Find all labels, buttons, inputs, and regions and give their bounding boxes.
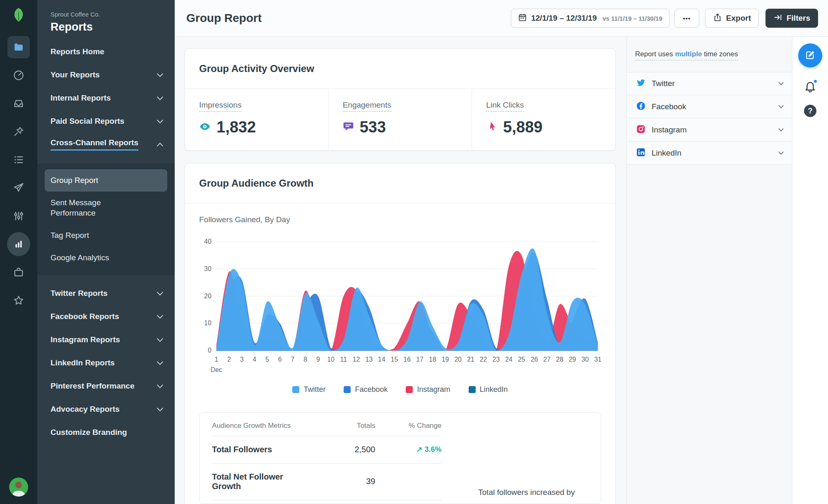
svg-text:21: 21 — [467, 356, 474, 363]
svg-text:24: 24 — [505, 356, 513, 363]
main-area: Group Report 12/1/19 – 12/31/19 vs 11/1/… — [175, 0, 828, 504]
metric-label[interactable]: Impressions — [199, 101, 241, 112]
user-avatar[interactable] — [9, 478, 28, 497]
timezone-link[interactable]: multiple — [675, 50, 702, 58]
svg-text:22: 22 — [480, 356, 487, 363]
sidebar-item-customize-branding[interactable]: Customize Branding — [37, 421, 175, 444]
export-icon — [713, 13, 722, 24]
sidebar-subitem-group-report[interactable]: Group Report — [45, 169, 167, 192]
chevron-down-icon — [157, 312, 164, 319]
eye-icon — [199, 121, 211, 134]
svg-text:10: 10 — [204, 319, 212, 326]
network-row-facebook[interactable]: Facebook — [627, 95, 792, 118]
svg-text:3: 3 — [240, 356, 244, 363]
sidebar-item-advocacy-reports[interactable]: Advocacy Reports — [37, 398, 175, 421]
chevron-down-icon — [157, 359, 164, 365]
svg-text:4: 4 — [253, 356, 256, 363]
audience-growth-metrics-table: Audience Growth Metrics Totals % Change … — [199, 412, 601, 504]
inbox-icon[interactable] — [7, 92, 30, 115]
metric-label[interactable]: Engagements — [343, 101, 391, 112]
sidebar-item-paid-social-reports[interactable]: Paid Social Reports — [37, 110, 175, 133]
metric-engagements: Engagements 533 — [328, 89, 472, 150]
more-options-button[interactable]: ••• — [674, 9, 699, 28]
sidebar-subitem-tag-report[interactable]: Tag Report — [45, 224, 167, 247]
cross-channel-submenu: Group Report Sent Message Performance Ta… — [37, 163, 175, 275]
compare-range-text: vs 11/1/19 – 11/30/19 — [602, 15, 662, 22]
dashboard-gauge-icon[interactable] — [7, 64, 30, 87]
app-icon-rail — [0, 0, 37, 504]
filters-button[interactable]: Filters — [765, 9, 818, 28]
legend-item-twitter[interactable]: Twitter — [292, 385, 325, 394]
svg-text:26: 26 — [531, 356, 538, 363]
reports-bars-icon[interactable] — [7, 233, 30, 256]
calendar-icon — [518, 13, 527, 24]
date-range-button[interactable]: 12/1/19 – 12/31/19 vs 11/1/19 – 11/30/19 — [511, 9, 669, 28]
notifications-bell-icon[interactable] — [804, 80, 816, 94]
chevron-down-icon — [157, 117, 164, 124]
legend-item-linkedin[interactable]: LinkedIn — [469, 385, 508, 394]
pin-icon[interactable] — [7, 120, 30, 143]
chevron-down-icon — [157, 289, 164, 296]
sidebar-item-reports-home[interactable]: Reports Home — [37, 40, 175, 63]
reviews-star-icon[interactable] — [7, 289, 30, 312]
company-name: Sprout Coffee Co. — [51, 11, 161, 18]
sidebar-item-cross-channel-reports[interactable]: Cross-Channel Reports — [37, 133, 175, 156]
chevron-down-icon — [157, 382, 164, 389]
listening-levels-icon[interactable] — [7, 204, 30, 228]
sidebar-subitem-sent-message-performance[interactable]: Sent Message Performance — [45, 192, 167, 224]
send-plane-icon[interactable] — [7, 176, 30, 199]
svg-text:5: 5 — [265, 356, 269, 363]
sidebar-item-twitter-reports[interactable]: Twitter Reports — [37, 282, 175, 305]
table-header: Totals — [305, 422, 375, 430]
svg-text:23: 23 — [493, 356, 500, 363]
legend-item-facebook[interactable]: Facebook — [344, 385, 388, 394]
sidebar-item-instagram-reports[interactable]: Instagram Reports — [37, 328, 175, 351]
legend-swatch — [469, 386, 476, 393]
metric-link-clicks: Link Clicks 5,889 — [472, 89, 615, 150]
legend-swatch — [344, 386, 351, 393]
svg-text:13: 13 — [365, 356, 373, 363]
active-section-tile — [7, 36, 30, 58]
legend-swatch — [292, 386, 299, 393]
compose-pencil-icon — [805, 50, 816, 62]
network-row-twitter[interactable]: Twitter — [627, 72, 792, 95]
sprout-logo-icon[interactable] — [10, 7, 27, 25]
sidebar-item-internal-reports[interactable]: Internal Reports — [37, 86, 175, 110]
network-row-instagram[interactable]: Instagram — [627, 118, 792, 142]
chevron-down-icon — [157, 94, 164, 101]
networks-panel: Report uses multiple time zones Twitter … — [626, 37, 792, 504]
sidebar-subitem-google-analytics[interactable]: Google Analytics — [45, 247, 167, 269]
svg-text:8: 8 — [303, 356, 307, 363]
chat-bubble-icon — [343, 121, 354, 134]
svg-text:29: 29 — [569, 356, 576, 363]
network-row-linkedin[interactable]: LinkedIn — [627, 142, 792, 165]
utility-rail: ? — [792, 37, 828, 504]
svg-text:7: 7 — [291, 356, 295, 363]
svg-text:25: 25 — [518, 356, 525, 363]
svg-text:Dec: Dec — [211, 366, 222, 373]
reports-sidebar: Sprout Coffee Co. Reports Reports Home Y… — [37, 0, 175, 504]
metric-label[interactable]: Link Clicks — [486, 101, 524, 112]
shop-bag-icon[interactable] — [7, 261, 30, 284]
sidebar-item-facebook-reports[interactable]: Facebook Reports — [37, 305, 175, 328]
instagram-icon — [636, 124, 646, 136]
twitter-icon — [636, 78, 646, 89]
chevron-down-icon[interactable] — [778, 126, 784, 132]
export-button[interactable]: Export — [705, 9, 759, 28]
reports-folder-icon[interactable] — [7, 36, 30, 59]
chevron-down-icon — [157, 405, 164, 412]
sidebar-item-your-reports[interactable]: Your Reports — [37, 63, 175, 86]
svg-text:30: 30 — [204, 265, 212, 272]
svg-text:1: 1 — [214, 356, 218, 363]
sidebar-item-pinterest-performance[interactable]: Pinterest Performance — [37, 374, 175, 398]
table-row: Total Net Follower Growth 39 — [212, 463, 441, 500]
chevron-down-icon[interactable] — [778, 149, 784, 155]
chevron-down-icon[interactable] — [778, 80, 784, 85]
chevron-down-icon[interactable] — [778, 103, 784, 108]
legend-item-instagram[interactable]: Instagram — [406, 385, 450, 394]
metric-value: 5,889 — [503, 118, 542, 136]
sidebar-item-linkedin-reports[interactable]: LinkedIn Reports — [37, 351, 175, 374]
help-icon[interactable]: ? — [804, 105, 816, 117]
compose-button[interactable] — [798, 43, 822, 67]
list-icon[interactable] — [7, 148, 30, 171]
